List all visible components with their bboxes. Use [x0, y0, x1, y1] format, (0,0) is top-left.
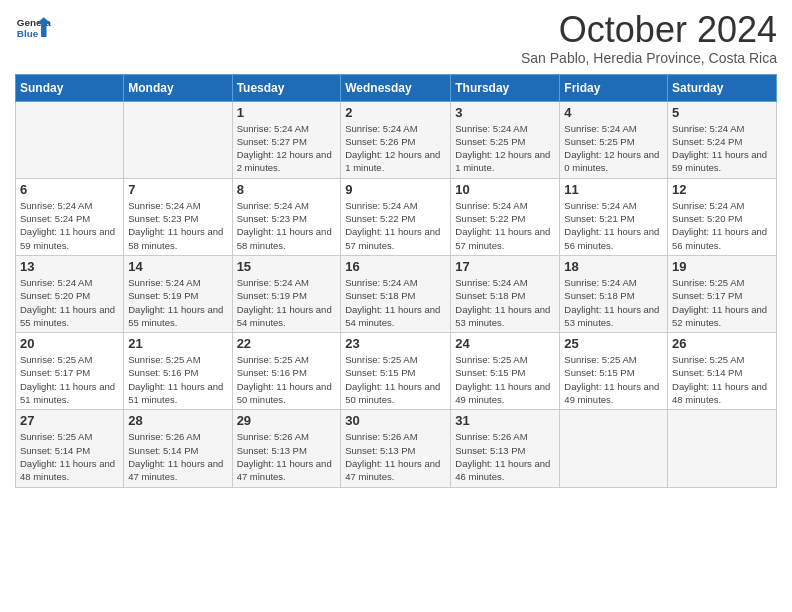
table-row: 1Sunrise: 5:24 AM Sunset: 5:27 PM Daylig… — [232, 101, 341, 178]
day-number: 11 — [564, 182, 663, 197]
day-info: Sunrise: 5:24 AM Sunset: 5:23 PM Dayligh… — [128, 199, 227, 252]
table-row: 21Sunrise: 5:25 AM Sunset: 5:16 PM Dayli… — [124, 333, 232, 410]
day-number: 8 — [237, 182, 337, 197]
table-row: 11Sunrise: 5:24 AM Sunset: 5:21 PM Dayli… — [560, 178, 668, 255]
day-number: 15 — [237, 259, 337, 274]
table-row: 20Sunrise: 5:25 AM Sunset: 5:17 PM Dayli… — [16, 333, 124, 410]
header-wednesday: Wednesday — [341, 74, 451, 101]
day-info: Sunrise: 5:24 AM Sunset: 5:20 PM Dayligh… — [20, 276, 119, 329]
table-row: 24Sunrise: 5:25 AM Sunset: 5:15 PM Dayli… — [451, 333, 560, 410]
day-info: Sunrise: 5:24 AM Sunset: 5:20 PM Dayligh… — [672, 199, 772, 252]
day-info: Sunrise: 5:24 AM Sunset: 5:21 PM Dayligh… — [564, 199, 663, 252]
header-friday: Friday — [560, 74, 668, 101]
day-number: 21 — [128, 336, 227, 351]
day-number: 10 — [455, 182, 555, 197]
day-info: Sunrise: 5:26 AM Sunset: 5:13 PM Dayligh… — [345, 430, 446, 483]
day-number: 25 — [564, 336, 663, 351]
day-info: Sunrise: 5:24 AM Sunset: 5:24 PM Dayligh… — [672, 122, 772, 175]
day-info: Sunrise: 5:25 AM Sunset: 5:15 PM Dayligh… — [345, 353, 446, 406]
day-number: 12 — [672, 182, 772, 197]
header-saturday: Saturday — [668, 74, 777, 101]
day-number: 20 — [20, 336, 119, 351]
day-number: 26 — [672, 336, 772, 351]
table-row: 15Sunrise: 5:24 AM Sunset: 5:19 PM Dayli… — [232, 255, 341, 332]
calendar-week-row: 6Sunrise: 5:24 AM Sunset: 5:24 PM Daylig… — [16, 178, 777, 255]
table-row: 4Sunrise: 5:24 AM Sunset: 5:25 PM Daylig… — [560, 101, 668, 178]
day-info: Sunrise: 5:24 AM Sunset: 5:27 PM Dayligh… — [237, 122, 337, 175]
day-number: 1 — [237, 105, 337, 120]
day-info: Sunrise: 5:25 AM Sunset: 5:16 PM Dayligh… — [237, 353, 337, 406]
title-section: October 2024 San Pablo, Heredia Province… — [521, 10, 777, 66]
header-tuesday: Tuesday — [232, 74, 341, 101]
header-thursday: Thursday — [451, 74, 560, 101]
day-info: Sunrise: 5:24 AM Sunset: 5:18 PM Dayligh… — [345, 276, 446, 329]
logo: General Blue — [15, 10, 51, 46]
table-row: 22Sunrise: 5:25 AM Sunset: 5:16 PM Dayli… — [232, 333, 341, 410]
table-row: 17Sunrise: 5:24 AM Sunset: 5:18 PM Dayli… — [451, 255, 560, 332]
day-info: Sunrise: 5:25 AM Sunset: 5:14 PM Dayligh… — [672, 353, 772, 406]
calendar-week-row: 20Sunrise: 5:25 AM Sunset: 5:17 PM Dayli… — [16, 333, 777, 410]
table-row: 8Sunrise: 5:24 AM Sunset: 5:23 PM Daylig… — [232, 178, 341, 255]
day-info: Sunrise: 5:25 AM Sunset: 5:16 PM Dayligh… — [128, 353, 227, 406]
day-info: Sunrise: 5:24 AM Sunset: 5:22 PM Dayligh… — [345, 199, 446, 252]
day-number: 27 — [20, 413, 119, 428]
day-info: Sunrise: 5:24 AM Sunset: 5:25 PM Dayligh… — [564, 122, 663, 175]
month-title: October 2024 — [521, 10, 777, 50]
day-number: 16 — [345, 259, 446, 274]
calendar-week-row: 1Sunrise: 5:24 AM Sunset: 5:27 PM Daylig… — [16, 101, 777, 178]
table-row — [124, 101, 232, 178]
day-number: 31 — [455, 413, 555, 428]
table-row: 18Sunrise: 5:24 AM Sunset: 5:18 PM Dayli… — [560, 255, 668, 332]
table-row: 6Sunrise: 5:24 AM Sunset: 5:24 PM Daylig… — [16, 178, 124, 255]
table-row: 16Sunrise: 5:24 AM Sunset: 5:18 PM Dayli… — [341, 255, 451, 332]
table-row: 10Sunrise: 5:24 AM Sunset: 5:22 PM Dayli… — [451, 178, 560, 255]
table-row: 13Sunrise: 5:24 AM Sunset: 5:20 PM Dayli… — [16, 255, 124, 332]
table-row: 31Sunrise: 5:26 AM Sunset: 5:13 PM Dayli… — [451, 410, 560, 487]
table-row: 7Sunrise: 5:24 AM Sunset: 5:23 PM Daylig… — [124, 178, 232, 255]
day-info: Sunrise: 5:26 AM Sunset: 5:13 PM Dayligh… — [237, 430, 337, 483]
table-row: 14Sunrise: 5:24 AM Sunset: 5:19 PM Dayli… — [124, 255, 232, 332]
day-number: 6 — [20, 182, 119, 197]
day-info: Sunrise: 5:25 AM Sunset: 5:15 PM Dayligh… — [564, 353, 663, 406]
day-info: Sunrise: 5:24 AM Sunset: 5:24 PM Dayligh… — [20, 199, 119, 252]
day-info: Sunrise: 5:25 AM Sunset: 5:14 PM Dayligh… — [20, 430, 119, 483]
day-info: Sunrise: 5:24 AM Sunset: 5:26 PM Dayligh… — [345, 122, 446, 175]
table-row: 30Sunrise: 5:26 AM Sunset: 5:13 PM Dayli… — [341, 410, 451, 487]
day-info: Sunrise: 5:24 AM Sunset: 5:18 PM Dayligh… — [564, 276, 663, 329]
svg-text:Blue: Blue — [17, 28, 39, 39]
general-blue-logo-icon: General Blue — [15, 10, 51, 46]
day-number: 14 — [128, 259, 227, 274]
day-info: Sunrise: 5:25 AM Sunset: 5:17 PM Dayligh… — [20, 353, 119, 406]
calendar-table: Sunday Monday Tuesday Wednesday Thursday… — [15, 74, 777, 488]
header-monday: Monday — [124, 74, 232, 101]
day-info: Sunrise: 5:24 AM Sunset: 5:19 PM Dayligh… — [237, 276, 337, 329]
header-sunday: Sunday — [16, 74, 124, 101]
day-number: 30 — [345, 413, 446, 428]
day-number: 5 — [672, 105, 772, 120]
day-number: 4 — [564, 105, 663, 120]
day-number: 13 — [20, 259, 119, 274]
location-subtitle: San Pablo, Heredia Province, Costa Rica — [521, 50, 777, 66]
day-info: Sunrise: 5:24 AM Sunset: 5:23 PM Dayligh… — [237, 199, 337, 252]
day-info: Sunrise: 5:24 AM Sunset: 5:18 PM Dayligh… — [455, 276, 555, 329]
table-row: 25Sunrise: 5:25 AM Sunset: 5:15 PM Dayli… — [560, 333, 668, 410]
table-row: 28Sunrise: 5:26 AM Sunset: 5:14 PM Dayli… — [124, 410, 232, 487]
day-number: 22 — [237, 336, 337, 351]
day-info: Sunrise: 5:26 AM Sunset: 5:13 PM Dayligh… — [455, 430, 555, 483]
table-row: 23Sunrise: 5:25 AM Sunset: 5:15 PM Dayli… — [341, 333, 451, 410]
table-row: 5Sunrise: 5:24 AM Sunset: 5:24 PM Daylig… — [668, 101, 777, 178]
table-row — [668, 410, 777, 487]
table-row: 3Sunrise: 5:24 AM Sunset: 5:25 PM Daylig… — [451, 101, 560, 178]
day-info: Sunrise: 5:25 AM Sunset: 5:17 PM Dayligh… — [672, 276, 772, 329]
day-number: 28 — [128, 413, 227, 428]
day-number: 18 — [564, 259, 663, 274]
day-number: 17 — [455, 259, 555, 274]
day-info: Sunrise: 5:26 AM Sunset: 5:14 PM Dayligh… — [128, 430, 227, 483]
calendar-header-row: Sunday Monday Tuesday Wednesday Thursday… — [16, 74, 777, 101]
day-info: Sunrise: 5:24 AM Sunset: 5:22 PM Dayligh… — [455, 199, 555, 252]
table-row: 9Sunrise: 5:24 AM Sunset: 5:22 PM Daylig… — [341, 178, 451, 255]
table-row — [16, 101, 124, 178]
day-number: 3 — [455, 105, 555, 120]
table-row: 26Sunrise: 5:25 AM Sunset: 5:14 PM Dayli… — [668, 333, 777, 410]
table-row: 2Sunrise: 5:24 AM Sunset: 5:26 PM Daylig… — [341, 101, 451, 178]
